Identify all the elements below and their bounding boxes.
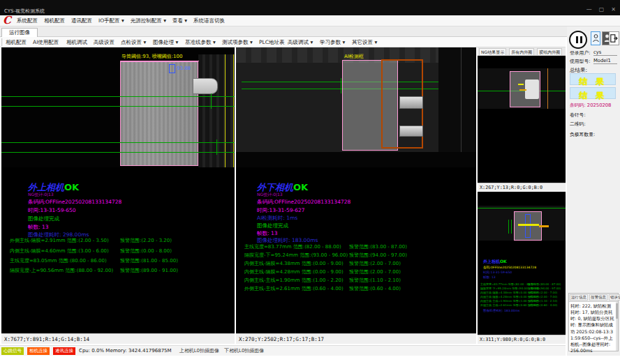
measure-row: 内侧主线-隔膜=4.60mm 范围:(3.00 - 6.00) 预警范围:(0.…: [1, 248, 235, 255]
result-subline: NG统计:0|13: [257, 192, 283, 198]
mini-time: 时间:13-31-59-650: [483, 271, 512, 274]
tool-advanced-settings[interactable]: 高级设置: [94, 39, 115, 46]
status-line: 图像处理完成: [28, 215, 59, 222]
camera-image-upper[interactable]: 导筒阈值:93, 喷嘴阈值:100 93.88: [1, 47, 235, 167]
ai-detect-label: AI检测框: [344, 53, 364, 60]
tool-camera-config[interactable]: 相机配置: [6, 39, 27, 46]
mini-frames: 帧数: 13: [483, 275, 496, 279]
threshold-overlay-label: 导筒阈值:93, 喷嘴阈值:100: [121, 53, 182, 60]
app-window: CYS-视觉检测系统 — ▢ ✕ C 系统配置 相机配置 通讯配置 IO手配置 …: [0, 0, 620, 364]
camera-name: 外下相机: [257, 182, 293, 192]
info-scrollbar[interactable]: [616, 302, 618, 351]
warn-range-text: 预警范围:(83.00 - 87.00): [528, 282, 561, 286]
green-baseline: [478, 208, 566, 208]
measure-row: 内侧主线-隔膜=4.28mm 范围:(0.00 - 9.00) 预警范围:(2.…: [236, 268, 476, 275]
result-box-upper: 结 果: [570, 73, 616, 85]
menu-view[interactable]: 查看 ▾: [172, 17, 187, 24]
tool-learn-params[interactable]: 学习参数 ▾: [320, 39, 345, 46]
time-line: 时间:13-31-59-627: [257, 207, 305, 214]
menu-comm-config[interactable]: 通讯配置: [71, 17, 92, 24]
time-line: 时间:13-31-59-650: [28, 207, 76, 214]
tab-connector-blob: [193, 78, 218, 94]
menu-io-config[interactable]: IO手配置 ▾: [98, 17, 124, 24]
measure-text: 内侧主线-隔膜=4.60mm 范围:(3.00 - 6.00): [10, 248, 109, 255]
sidebar-barcode: 条码码: 20250208: [570, 102, 611, 109]
measure-row: 主线宽度=83.05mm 范围:(80.00 - 86.00) 预警范围:(81…: [1, 257, 235, 264]
yellow-mark: [518, 224, 539, 226]
yellow-ref-line: [225, 54, 226, 167]
measure-text: 外侧主线-主线=2.61mm 范围:(0.60 - 4.00): [244, 285, 344, 292]
model-value[interactable]: Model1: [593, 58, 617, 64]
maximize-button[interactable]: ▢: [599, 6, 605, 13]
tab-run-image[interactable]: 运行图像: [1, 28, 38, 37]
menu-camera-config[interactable]: 相机配置: [44, 17, 65, 24]
toolbar: 相机配置 AI使用配置 相机调试 高级设置 点检设置 ▾ 图像处理 ▾ 基准线参…: [0, 37, 566, 47]
yellow-ref-line: [233, 54, 234, 167]
camera-name: 外上相机: [28, 182, 64, 192]
measure-row: 外侧主线-主线=2.61mm 范围:(0.60 - 4.00) 预警范围:(0.…: [236, 285, 476, 292]
cell-region-box: [120, 61, 198, 166]
tab-run-info[interactable]: 运行信息: [570, 294, 588, 301]
pause-button[interactable]: [569, 31, 587, 49]
tab-ng-result[interactable]: NG结果显示: [479, 48, 506, 55]
green-tick: [508, 220, 509, 234]
tab-all-rings[interactable]: 所有内外圈: [509, 48, 534, 55]
tab-tape-rings[interactable]: 胶纸内外圈: [537, 48, 562, 55]
green-baseline: [1, 96, 235, 97]
measure-row: 隔膜宽度-下=95.24mm 范围:(93.00 - 96.00) 预警范围:(…: [236, 252, 476, 259]
warn-range-text: 预警范围:(2.00 - 7.00): [349, 268, 401, 275]
orange-mark: [539, 225, 549, 227]
result-text: 结 果: [579, 77, 607, 86]
menu-language-switch[interactable]: 系统语言切换: [193, 17, 225, 24]
measure-row: 主线宽度=83.77mm 范围:(82.00 - 88.00) 预警范围:(83…: [236, 243, 476, 250]
menu-light-config[interactable]: 光源控制配置 ▾: [131, 17, 166, 24]
tool-baseline-params[interactable]: 基准线参数 ▾: [185, 39, 216, 46]
status-bar: 心跳信号 相机连接 通讯连接 Cpu: 0.0% Memory: 3424.41…: [0, 345, 566, 356]
ai-time-line: AI检测耗时: 1ms: [257, 215, 297, 222]
result-ok: OK: [64, 182, 79, 192]
pixel-coords-readout: X:7677;Y:891;R:14;G:14;B:14: [1, 333, 235, 344]
neg-tab-count-label: 负极耳数量:: [570, 131, 595, 138]
tool-spot-check[interactable]: 点检设置 ▾: [121, 39, 146, 46]
tab-alarm-info[interactable]: 报警信息: [589, 294, 607, 301]
warn-range-text: 预警范围:(89.00 - 91.00): [120, 267, 178, 274]
camera-image-lower[interactable]: AI检测框: [236, 47, 476, 167]
tool-camera-debug[interactable]: 相机调试: [66, 39, 87, 46]
camera-view-upper[interactable]: 导筒阈值:93, 喷嘴阈值:100 93.88 外上相机OK NG统计:0|13…: [1, 47, 235, 344]
blue-bracket: [525, 214, 531, 238]
camera-name: 外上相机: [483, 259, 500, 264]
camera-view-lower[interactable]: AI检测框 外下相机OK NG统计:0|13 条码码:OFFline202502…: [236, 47, 476, 344]
minimize-button[interactable]: —: [586, 6, 592, 13]
user-login-button[interactable]: [591, 31, 600, 45]
tool-other-settings[interactable]: 其它设置 ▾: [352, 39, 377, 46]
warn-range-text: 预警范围:(94.00 - 97.00): [528, 287, 561, 290]
green-baseline: [1, 152, 235, 153]
app-logo-icon: C: [3, 14, 11, 26]
measure-text: 主线宽度=83.77mm 范围:(82.00 - 88.00): [244, 243, 341, 250]
pixel-coords-readout: X:311;Y:980;R:0;G:0;B:0: [478, 335, 566, 344]
menu-bar: C 系统配置 相机配置 通讯配置 IO手配置 ▾ 光源控制配置 ▾ 查看 ▾ 系…: [0, 15, 620, 26]
mini-barcode: 条码:OFFline20250208133134728: [483, 266, 536, 269]
info-log-text: 耗时: 222, 缺陷检测耗时: 17, 缺陷分类耗时: 0, 缺陷提取分区耗时…: [569, 302, 618, 354]
tool-image-processing[interactable]: 图像处理 ▾: [153, 39, 178, 46]
model-label: 使用型号:: [570, 58, 590, 65]
heartbeat-badge: 心跳信号: [1, 347, 24, 355]
login-user-value[interactable]: cys: [593, 50, 617, 56]
small-view-bottom[interactable]: 外上相机OK 条码:OFFline20250208133134728 时间:13…: [478, 192, 566, 335]
measure-text: 内侧主线-隔膜=4.38mm 范围:(0.00 - 9.00): [244, 260, 344, 267]
tool-test-params[interactable]: 测试项参数 ▾: [222, 39, 253, 46]
pixel-coords-readout: X:270;Y:2502;R:17;G:17;B:17: [236, 333, 476, 344]
close-button[interactable]: ✕: [611, 6, 616, 13]
tool-plc-address[interactable]: PLC地址表: [259, 39, 284, 46]
yellow-mark: [518, 84, 524, 85]
small-view-top[interactable]: [478, 56, 566, 183]
tool-ai-usage-config[interactable]: AI使用配置: [33, 39, 59, 46]
exit-button[interactable]: [609, 31, 619, 45]
result-ok: OK: [500, 259, 507, 264]
menu-system-config[interactable]: 系统配置: [17, 17, 38, 24]
result-box-lower: 结 果: [570, 87, 616, 99]
tab-error-info[interactable]: 错误信息: [609, 294, 620, 301]
logout-door-icon: [610, 34, 618, 43]
tool-advanced-debug[interactable]: 高级调试 ▾: [288, 39, 313, 46]
small-image-bottom: [478, 206, 566, 241]
